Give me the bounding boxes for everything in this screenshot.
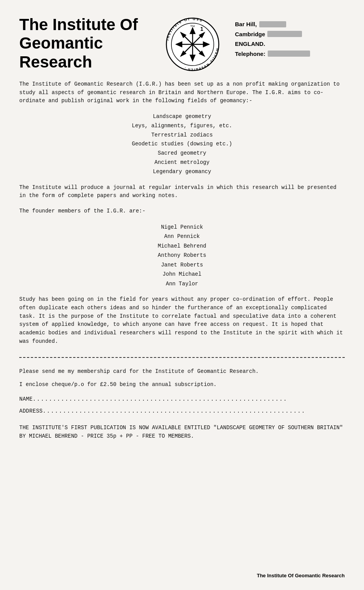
title-line2: Geomantic Research xyxy=(19,34,103,71)
membership-line1: Please send me my membership card for th… xyxy=(19,367,345,376)
page-title: The Institute Of Geomantic Research xyxy=(19,15,158,71)
address-block: Bar Hill, Cambridge ENGLAND. Telephone: xyxy=(227,15,345,59)
membership-line2: I enclose cheque/p.o for £2.50 being the… xyxy=(19,380,345,389)
logo-block: Institute Of Geo mantic Research . xyxy=(158,15,227,73)
founder-4: Anthony Roberts xyxy=(19,251,345,260)
founder-6: John Michael xyxy=(19,270,345,279)
logo-the: The xyxy=(190,25,195,27)
name-field-line: NAME....................................… xyxy=(19,393,345,405)
field-item-6: Ancient metrology xyxy=(19,158,345,167)
founder-7: Ann Taylor xyxy=(19,279,345,289)
name-label: NAME xyxy=(19,396,33,402)
fields-list: Landscape geometry Leys, alignments, fig… xyxy=(19,112,345,177)
name-dots: ........................................… xyxy=(33,396,288,402)
founder-3: Michael Behrend xyxy=(19,241,345,251)
address-city: Bar Hill, xyxy=(235,19,257,29)
field-item-5: Sacred geometry xyxy=(19,149,345,158)
phone-label: Telephone: xyxy=(235,49,265,59)
address-country: ENGLAND. xyxy=(235,40,265,47)
founder-1: Nigel Pennick xyxy=(19,223,345,232)
publication-text: THE INSTITUTE'S FIRST PUBLICATION IS NOW… xyxy=(19,423,345,441)
dashed-separator xyxy=(19,357,345,358)
field-item-1: Landscape geometry xyxy=(19,112,345,121)
founder-intro: The founder members of the I.G.R. are:- xyxy=(19,207,345,216)
redacted-box-2 xyxy=(267,31,302,37)
address-phone: Telephone: xyxy=(235,49,345,59)
founder-2: Ann Pennick xyxy=(19,232,345,241)
redacted-box-3 xyxy=(268,51,310,57)
founder-5: Janet Roberts xyxy=(19,260,345,270)
field-item-2: Leys, alignments, figures, etc. xyxy=(19,121,345,131)
address-field-line: ADDRESS.................................… xyxy=(19,405,345,417)
redacted-box-1 xyxy=(259,21,286,27)
address-county: Cambridge xyxy=(235,29,265,39)
field-item-4: Geodetic studies (dowsing etc.) xyxy=(19,140,345,149)
address-line1: Bar Hill, xyxy=(235,19,345,29)
title-line1: The Institute Of xyxy=(19,15,138,34)
page: The Institute Of Geomantic Research xyxy=(0,0,364,590)
address-line3: ENGLAND. xyxy=(235,39,345,49)
address-form-label: ADDRESS xyxy=(19,408,43,414)
institute-logo: Institute Of Geo mantic Research . xyxy=(164,15,221,73)
journal-paragraph: The Institute will produce a journal at … xyxy=(19,184,345,200)
address-dots: ........................................… xyxy=(43,408,306,414)
title-block: The Institute Of Geomantic Research xyxy=(19,15,158,73)
footer: The Institute Of Geomantic Research xyxy=(257,573,345,578)
founders-list: Nigel Pennick Ann Pennick Michael Behren… xyxy=(19,223,345,289)
intro-paragraph: The Institute of Geomantic Research (I.G… xyxy=(19,80,345,105)
field-item-3: Terrestrial zodiacs xyxy=(19,131,345,140)
logo-number: 1 xyxy=(200,26,203,32)
field-item-7: Legendary geomancy xyxy=(19,167,345,177)
address-line2: Cambridge xyxy=(235,29,345,39)
header-section: The Institute Of Geomantic Research xyxy=(19,15,345,73)
study-paragraph: Study has been going on in the field for… xyxy=(19,295,345,346)
